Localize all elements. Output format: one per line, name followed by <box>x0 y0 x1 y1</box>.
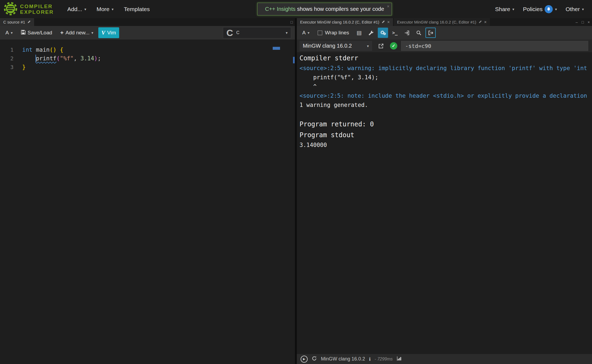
close-icon[interactable]: × <box>484 20 487 25</box>
compiler-options-input[interactable] <box>401 41 588 51</box>
chevron-down-icon: ▾ <box>11 31 13 35</box>
compile-success-icon: ✓ <box>390 42 397 50</box>
vim-logo-icon: V <box>102 29 105 36</box>
editor-tabstrip: C source #1 □ <box>0 18 295 26</box>
language-label: C <box>236 30 240 35</box>
minimize-icon[interactable]: – <box>576 20 578 24</box>
status-compiler-name: MinGW clang 16.0.2 <box>321 356 365 362</box>
editor-window-controls: □ <box>291 18 293 26</box>
tab-c-source-1[interactable]: C source #1 <box>0 18 34 26</box>
info-icon[interactable]: i <box>369 356 370 362</box>
wrap-lines-toggle[interactable]: Wrap lines <box>314 27 352 38</box>
banner-text: shows how compilers see your code <box>297 6 384 12</box>
banner-highlight: C++ Insights <box>265 6 295 12</box>
vim-toggle-button[interactable]: V Vim <box>98 27 119 38</box>
close-icon[interactable]: × <box>387 20 390 25</box>
navbar-right: Share▾ Policies ▾ Other▾ <box>491 0 588 18</box>
share-menu-button[interactable]: Share▾ <box>491 0 519 18</box>
add-menu-button[interactable]: Add...▾ <box>63 0 91 18</box>
maximize-icon[interactable]: □ <box>291 20 293 24</box>
chevron-down-icon: ▾ <box>555 7 557 11</box>
output-line: <source>:2:5: warning: implicitly declar… <box>300 64 592 73</box>
line-number: 2 <box>0 54 14 63</box>
logo-wordmark: COMPILER EXPLORER <box>20 4 54 15</box>
code-editor[interactable]: 1int main() {2 printf("%f", 3.14);3} <box>0 40 295 364</box>
chevron-down-icon: ▾ <box>308 31 310 35</box>
wrench-icon[interactable] <box>366 28 376 38</box>
sign-in-icon[interactable] <box>402 28 412 38</box>
pane-splitter[interactable] <box>295 18 297 364</box>
compiler-row: MinGW clang 16.0.2 ▾ ✓ <box>297 40 592 52</box>
templates-button[interactable]: Templates <box>119 0 154 18</box>
other-menu-button[interactable]: Other▾ <box>561 0 588 18</box>
chevron-down-icon: ▾ <box>84 7 86 11</box>
source-editor-pane: C source #1 □ A▾ Save/Load + Add ne <box>0 18 295 364</box>
chevron-down-icon: ▾ <box>112 7 113 11</box>
close-icon[interactable]: × <box>588 20 590 24</box>
font-size-button[interactable]: A▾ <box>2 27 16 38</box>
tab-executor-2[interactable]: Executor MinGW clang 16.0.2 (C, Editor #… <box>394 18 490 26</box>
floppy-icon <box>21 30 26 36</box>
executor-output[interactable]: Compiler stderr<source>:2:5: warning: im… <box>297 52 592 354</box>
executor-pane: Executor MinGW clang 16.0.2 (C, Editor #… <box>297 18 592 364</box>
executor-tabstrip: Executor MinGW clang 16.0.2 (C, Editor #… <box>297 18 592 26</box>
logo-gear-icon <box>4 2 17 17</box>
editor-toolbar: A▾ Save/Load + Add new... ▾ V Vim C C ▾ <box>0 26 295 40</box>
compiler-explorer-logo[interactable]: COMPILER EXPLORER <box>4 2 54 17</box>
code-line[interactable]: 1int main() { <box>0 45 295 54</box>
language-selector[interactable]: C C ▾ <box>223 27 291 38</box>
output-line: printf("%f", 3.14); <box>300 73 592 82</box>
announcement-banner[interactable]: C++ Insights shows how compilers see you… <box>257 3 392 15</box>
plus-icon: + <box>60 29 64 36</box>
output-line: Program stdout <box>300 130 592 140</box>
rename-pencil-icon[interactable] <box>479 20 482 24</box>
checkbox-unchecked-icon <box>318 31 322 35</box>
output-line: 1 warning generated. <box>300 100 592 110</box>
font-size-button[interactable]: A▾ <box>299 27 313 38</box>
terminal-icon[interactable]: >_ <box>390 28 400 38</box>
output-line <box>300 110 592 119</box>
play-icon[interactable]: ▶ <box>301 356 308 363</box>
chart-icon[interactable] <box>397 356 402 362</box>
output-line: Program returned: 0 <box>300 119 592 130</box>
output-line: ^ <box>300 82 592 91</box>
gears-icon[interactable] <box>378 28 388 38</box>
executor-statusbar: ▶ MinGW clang 16.0.2 i - 7299ms <box>297 354 592 364</box>
save-load-button[interactable]: Save/Load <box>18 27 56 38</box>
code-line[interactable]: 3} <box>0 63 295 71</box>
notification-bell-icon <box>545 5 553 13</box>
output-line: <source>:2:5: note: include the header <… <box>300 91 592 100</box>
overview-ruler-mark <box>273 47 280 50</box>
top-navbar: COMPILER EXPLORER Add...▾ More▾ Template… <box>0 0 592 18</box>
code-lines: 1int main() {2 printf("%f", 3.14);3} <box>0 45 295 71</box>
compiler-output-icon[interactable]: ▤ <box>354 28 364 38</box>
banner-close-icon[interactable]: × <box>387 4 389 9</box>
zoom-icon[interactable] <box>414 28 424 38</box>
chevron-down-icon: ▾ <box>92 31 93 35</box>
sign-out-icon[interactable] <box>425 28 436 38</box>
add-new-button[interactable]: + Add new... ▾ <box>57 27 97 38</box>
tab-executor-1[interactable]: Executor MinGW clang 16.0.2 (C, Editor #… <box>297 18 393 26</box>
more-menu-button[interactable]: More▾ <box>92 0 118 18</box>
execution-time: - 7299ms <box>375 357 393 362</box>
c-language-logo: C <box>226 28 233 37</box>
external-link-icon[interactable] <box>376 41 386 51</box>
compiler-selector[interactable]: MinGW clang 16.0.2 ▾ <box>300 41 372 51</box>
line-number: 3 <box>0 63 14 71</box>
code-line[interactable]: 2 printf("%f", 3.14); <box>0 54 295 63</box>
output-line: Compiler stderr <box>300 53 592 64</box>
executor-window-controls: – □ × <box>576 18 590 26</box>
chevron-down-icon: ▾ <box>367 44 369 48</box>
policies-menu-button[interactable]: Policies ▾ <box>519 0 561 18</box>
rename-pencil-icon[interactable] <box>27 20 31 24</box>
output-line: 3.140000 <box>300 140 592 150</box>
chevron-down-icon: ▾ <box>286 31 288 35</box>
refresh-icon[interactable] <box>312 356 317 362</box>
text-cursor <box>35 55 36 63</box>
chevron-down-icon: ▾ <box>512 7 514 11</box>
chevron-down-icon: ▾ <box>582 7 584 11</box>
executor-toolbar: A▾ Wrap lines ▤ >_ <box>297 26 592 40</box>
maximize-icon[interactable]: □ <box>581 20 584 24</box>
scrollbar-warning-mark[interactable] <box>293 57 295 63</box>
rename-pencil-icon[interactable] <box>382 20 385 24</box>
